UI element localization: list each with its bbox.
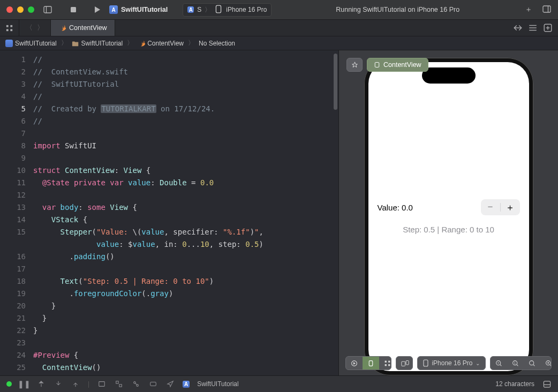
debug-bar-icon-4[interactable]	[148, 380, 158, 388]
stop-button[interactable]	[69, 5, 78, 14]
zoom-in-button[interactable]	[540, 357, 552, 370]
swift-file-icon	[58, 24, 66, 32]
pause-debug-icon[interactable]: ❚❚	[19, 380, 29, 388]
crumb-folder: SwiftUITutorial	[81, 40, 123, 47]
debug-bar-icon-1[interactable]	[97, 380, 107, 388]
live-preview-button[interactable]	[346, 357, 363, 370]
inspector-toggle-icon[interactable]	[542, 5, 552, 14]
zoom-fit-button[interactable]	[524, 357, 540, 370]
run-button[interactable]	[92, 5, 102, 14]
status-project: SwiftUITutorial	[197, 380, 239, 388]
tab-contentview[interactable]: ContentView	[51, 20, 115, 36]
nav-back-button[interactable]: 〈	[24, 23, 35, 33]
device-frame: Value: 0.0 − ＋ Step: 0.5 | Range: 0 to 1…	[364, 58, 533, 375]
dynamic-island	[422, 67, 476, 84]
preview-icon	[374, 62, 380, 68]
selection-length: 12 characters	[495, 380, 534, 388]
related-items-button[interactable]	[0, 20, 19, 36]
phone-icon	[423, 359, 428, 367]
adjust-editor-options-icon[interactable]	[528, 23, 538, 33]
chevron-down-icon: ⌄	[476, 360, 480, 366]
minimize-window-button[interactable]	[17, 6, 24, 13]
stepper-subtext: Step: 0.5 | Range: 0 to 10	[403, 225, 494, 234]
chevron-icon: 〉	[186, 39, 197, 48]
code-editor[interactable]: 123456789101112131415 161718192021222324…	[0, 50, 338, 375]
line-gutter: 123456789101112131415 161718192021222324…	[0, 50, 33, 375]
close-window-button[interactable]	[6, 6, 13, 13]
step-over-icon[interactable]	[36, 380, 46, 388]
app-icon	[109, 5, 118, 14]
folder-icon	[72, 40, 79, 47]
sidebar-toggle-icon[interactable]	[43, 5, 52, 14]
zoom-actual-button[interactable]: 1	[507, 357, 524, 370]
project-icon	[183, 381, 190, 388]
svg-rect-25	[424, 360, 428, 366]
svg-rect-0	[44, 6, 51, 13]
code-review-icon[interactable]	[513, 23, 523, 33]
svg-rect-40	[119, 385, 122, 387]
step-into-icon[interactable]	[54, 380, 63, 388]
svg-rect-19	[385, 360, 387, 362]
selectable-preview-button[interactable]	[363, 357, 379, 370]
chevron-icon: 〉	[125, 39, 135, 48]
crumb-project: SwiftUITutorial	[15, 40, 57, 47]
preview-device-selector[interactable]: iPhone 16 Pro ⌄	[417, 356, 486, 370]
svg-line-27	[500, 364, 501, 365]
window-controls	[6, 6, 34, 13]
stepper-increment-button[interactable]: ＋	[501, 199, 520, 215]
device-name: iPhone 16 Pro	[226, 6, 267, 13]
svg-text:1: 1	[515, 361, 516, 364]
scheme-short: S	[197, 6, 201, 13]
new-tab-button[interactable]: ＋	[524, 5, 533, 14]
preview-target-pill[interactable]: ContentView	[367, 58, 428, 72]
pin-preview-button[interactable]	[346, 58, 363, 72]
preview-device-label: iPhone 16 Pro	[432, 359, 472, 367]
svg-rect-45	[544, 381, 550, 387]
editor-scrollbar[interactable]	[334, 54, 337, 110]
canvas-preview: ContentView Value: 0.0 − ＋ Step: 0.5 | R…	[338, 50, 558, 375]
zoom-controls: 1	[490, 356, 552, 370]
svg-rect-9	[10, 29, 12, 31]
stepper-label: Value: 0.0	[378, 203, 413, 212]
svg-rect-8	[6, 29, 9, 31]
app-title: SwiftUITutorial	[109, 5, 168, 14]
scheme-selector[interactable]: S 〉 iPhone 16 Pro	[183, 3, 272, 17]
svg-point-41	[134, 382, 136, 384]
tab-label: ContentView	[69, 24, 107, 32]
device-screen: Value: 0.0 − ＋ Step: 0.5 | Range: 0 to 1…	[368, 62, 529, 371]
swift-file-icon	[138, 40, 145, 47]
tab-bar: 〈 〉 ContentView	[0, 19, 558, 36]
svg-line-43	[135, 383, 137, 385]
nav-forward-button[interactable]: 〉	[35, 23, 46, 33]
svg-rect-44	[150, 382, 156, 386]
step-out-icon[interactable]	[71, 380, 80, 388]
add-editor-icon[interactable]	[543, 23, 553, 33]
location-icon[interactable]	[165, 380, 175, 388]
variants-preview-button[interactable]	[379, 357, 391, 370]
svg-line-33	[533, 364, 534, 365]
debug-area-toggle-icon[interactable]	[542, 380, 552, 388]
zoom-out-button[interactable]	[491, 357, 507, 370]
crumb-file: ContentView	[147, 40, 184, 47]
crumb-selection: No Selection	[199, 40, 235, 47]
code-content: //// ContentView.swift// SwiftUITutorial…	[33, 50, 263, 375]
debug-bar-icon-3[interactable]	[131, 380, 141, 388]
scheme-icon	[187, 6, 194, 13]
project-icon	[5, 40, 13, 47]
preview-toolbar: iPhone 16 Pro ⌄ 1	[339, 356, 558, 370]
chevron-icon: 〉	[59, 39, 70, 48]
nav-arrows: 〈 〉	[19, 20, 51, 36]
svg-rect-21	[385, 364, 387, 366]
fullscreen-window-button[interactable]	[28, 6, 34, 13]
phone-icon	[214, 5, 223, 15]
device-settings-button[interactable]	[396, 356, 413, 370]
svg-rect-2	[71, 7, 76, 12]
svg-point-32	[530, 360, 534, 365]
breadcrumb[interactable]: SwiftUITutorial 〉 SwiftUITutorial 〉 Cont…	[0, 36, 558, 50]
svg-rect-4	[543, 6, 551, 12]
debug-bar-icon-2[interactable]	[114, 380, 124, 388]
stepper-decrement-button[interactable]: −	[481, 199, 500, 215]
app-name: SwiftUITutorial	[121, 6, 168, 13]
svg-point-42	[137, 385, 139, 387]
svg-rect-38	[99, 382, 105, 387]
